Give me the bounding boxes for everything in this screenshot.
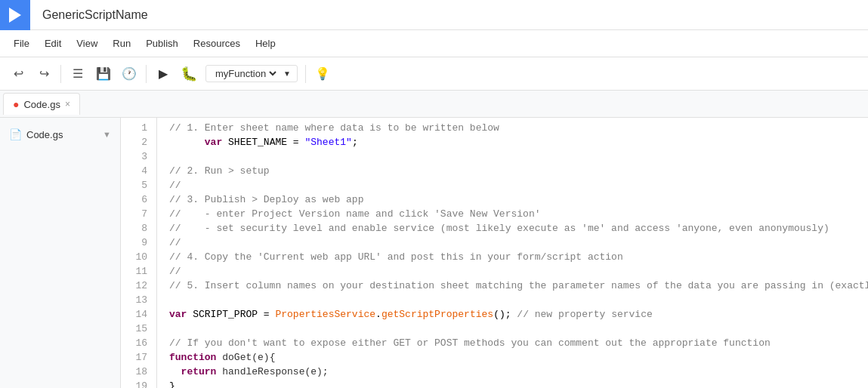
menu-view[interactable]: View	[69, 35, 105, 52]
menu-edit[interactable]: Edit	[37, 35, 69, 52]
tab-bar: ● Code.gs ×	[0, 91, 868, 118]
menu-run[interactable]: Run	[105, 35, 138, 52]
line-num-9: 9	[121, 236, 156, 250]
run-button[interactable]: ▶	[151, 62, 175, 86]
sidebar-expand-icon: ▼	[103, 130, 111, 139]
code-line-5: //	[169, 178, 868, 192]
menu-publish[interactable]: Publish	[138, 35, 186, 52]
code-line-11: //	[169, 264, 868, 279]
code-line-1: // 1. Enter sheet name where data is to …	[169, 121, 868, 135]
line-num-3: 3	[121, 149, 156, 164]
function-dropdown[interactable]: myFunction	[212, 67, 279, 80]
tab-modified-dot: ●	[13, 98, 19, 110]
execution-log-button[interactable]: 🕐	[117, 62, 141, 86]
line-num-11: 11	[121, 264, 156, 279]
format-button[interactable]: ☰	[66, 62, 90, 86]
code-content: 1 2 3 4 5 6 7 8 9 10 11 12 13 14 15 16 1	[121, 118, 868, 388]
line-num-14: 14	[121, 307, 156, 322]
code-line-4: // 2. Run > setup	[169, 164, 868, 178]
line-num-13: 13	[121, 293, 156, 307]
code-line-3	[169, 149, 868, 164]
code-line-7: // - enter Project Version name and clic…	[169, 207, 868, 221]
line-num-2: 2	[121, 135, 156, 149]
line-num-6: 6	[121, 192, 156, 207]
menu-help[interactable]: Help	[248, 35, 283, 52]
undo-button[interactable]: ↩	[6, 62, 30, 86]
tab-close-button[interactable]: ×	[65, 99, 70, 109]
code-line-17: function doGet(e){	[169, 350, 868, 365]
code-line-13	[169, 293, 868, 307]
line-numbers: 1 2 3 4 5 6 7 8 9 10 11 12 13 14 15 16 1	[121, 118, 157, 388]
menu-resources[interactable]: Resources	[186, 35, 248, 52]
line-num-17: 17	[121, 350, 156, 365]
save-button[interactable]: 💾	[91, 62, 116, 86]
sidebar: 📄 Code.gs ▼	[0, 118, 121, 388]
line-num-19: 19	[121, 379, 156, 388]
line-num-12: 12	[121, 279, 156, 293]
code-line-10: // 4. Copy the 'Current web app URL' and…	[169, 250, 868, 264]
menu-file[interactable]: File	[6, 35, 37, 52]
code-lines[interactable]: // 1. Enter sheet name where data is to …	[157, 118, 868, 388]
sidebar-file-item[interactable]: 📄 Code.gs ▼	[0, 124, 120, 145]
line-num-8: 8	[121, 221, 156, 236]
line-num-5: 5	[121, 178, 156, 192]
menu-bar: File Edit View Run Publish Resources Hel…	[0, 30, 868, 57]
line-num-10: 10	[121, 250, 156, 264]
code-editor[interactable]: 1 2 3 4 5 6 7 8 9 10 11 12 13 14 15 16 1	[121, 118, 868, 388]
line-num-1: 1	[121, 121, 156, 135]
function-selector[interactable]: myFunction ▼	[205, 65, 298, 82]
logo-area	[0, 0, 30, 30]
title-bar: GenericScriptName	[0, 0, 868, 30]
notifications-button[interactable]: 💡	[310, 62, 335, 86]
line-num-4: 4	[121, 164, 156, 178]
line-num-7: 7	[121, 207, 156, 221]
toolbar-separator-3	[305, 65, 306, 83]
redo-button[interactable]: ↪	[32, 62, 56, 86]
code-line-12: // 5. Insert column names on your destin…	[169, 279, 868, 293]
code-line-18: return handleResponse(e);	[169, 365, 868, 379]
code-line-6: // 3. Publish > Deploy as web app	[169, 192, 868, 207]
logo-icon	[9, 8, 21, 23]
line-num-16: 16	[121, 336, 156, 350]
toolbar-separator-1	[60, 65, 61, 83]
debug-button[interactable]: 🐛	[177, 62, 201, 86]
sidebar-file-label: Code.gs	[26, 129, 63, 140]
code-line-14: var SCRIPT_PROP = PropertiesService.getS…	[169, 307, 868, 322]
app-title: GenericScriptName	[30, 8, 160, 22]
code-line-19: }	[169, 379, 868, 388]
main-layout: 📄 Code.gs ▼ 1 2 3 4 5 6 7 8 9 10 1	[0, 118, 868, 388]
line-num-15: 15	[121, 322, 156, 336]
tab-label: Code.gs	[23, 99, 60, 110]
code-line-9: //	[169, 236, 868, 250]
code-line-8: // - set security level and enable servi…	[169, 221, 868, 236]
toolbar: ↩ ↪ ☰ 💾 🕐 ▶ 🐛 myFunction ▼ 💡	[0, 57, 868, 91]
toolbar-separator-2	[146, 65, 147, 83]
tab-code-gs[interactable]: ● Code.gs ×	[3, 93, 80, 115]
code-line-2: var SHEET_NAME = "Sheet1";	[169, 135, 868, 149]
line-num-18: 18	[121, 365, 156, 379]
file-icon: 📄	[9, 128, 22, 140]
code-line-15	[169, 322, 868, 336]
chevron-down-icon: ▼	[283, 69, 291, 78]
code-line-16: // If you don't want to expose either GE…	[169, 336, 868, 350]
